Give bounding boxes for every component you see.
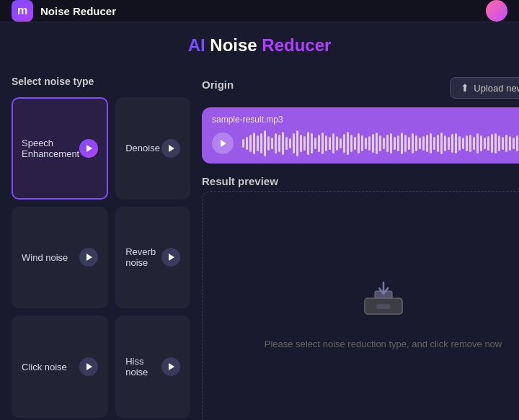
audio-filename: sample-result.mp3 <box>212 115 283 125</box>
upload-label: Upload new <box>474 83 519 94</box>
avatar[interactable] <box>486 0 507 22</box>
noise-item-label: Denoise <box>125 143 160 153</box>
noise-item-reverb[interactable]: Reverb noise <box>115 207 190 309</box>
noise-grid: Speech Enhancement Denoise Wind noise <box>12 97 190 418</box>
waveform <box>242 130 519 156</box>
upload-icon: ⬆ <box>461 82 469 94</box>
origin-label: Origin <box>202 79 234 91</box>
header: m Noise Reducer <box>0 0 519 22</box>
header-left: m Noise Reducer <box>12 0 116 22</box>
noise-item-speech-enhancement[interactable]: Speech Enhancement <box>12 97 108 200</box>
right-panel: Origin ⬆ Upload new <box>202 76 519 420</box>
play-button-denoise[interactable] <box>161 139 180 158</box>
noise-item-label: Click noise <box>22 362 67 372</box>
noise-item-label: Hiss noise <box>125 356 161 377</box>
noise-item-label: Reverb noise <box>125 246 161 268</box>
left-panel: Select noise type Speech Enhancement Den… <box>12 76 190 420</box>
play-button-hiss[interactable] <box>161 357 180 376</box>
origin-header: Origin ⬆ Upload new <box>202 76 519 100</box>
noise-item-denoise[interactable]: Denoise <box>115 97 190 200</box>
audio-player: sample-result.mp3 00:00:12 <box>202 107 519 164</box>
result-preview: Please select noise reduction type, and … <box>202 191 519 420</box>
audio-controls <box>212 130 519 156</box>
play-button-speech[interactable] <box>79 139 98 158</box>
content-area: AI Noise Reducer Select noise type Speec… <box>0 22 519 420</box>
noise-item-wind[interactable]: Wind noise <box>12 207 108 309</box>
play-button-click[interactable] <box>79 357 98 376</box>
inbox-icon <box>355 269 412 327</box>
noise-item-click[interactable]: Click noise <box>12 316 108 418</box>
logo-icon: m <box>12 0 33 22</box>
noise-item-hiss[interactable]: Hiss noise <box>115 316 190 418</box>
page-title-ai: AI <box>188 35 210 55</box>
result-label: Result preview <box>202 175 278 187</box>
origin-header-right: ⬆ Upload new <box>450 76 519 100</box>
upload-button[interactable]: ⬆ Upload new <box>450 77 519 99</box>
noise-item-label: Wind noise <box>22 252 68 263</box>
app-title: Noise Reducer <box>40 5 116 17</box>
svg-rect-2 <box>376 304 391 309</box>
select-noise-label: Select noise type <box>12 76 190 87</box>
page-title-noise: Noise <box>210 35 262 55</box>
audio-player-top: sample-result.mp3 00:00:12 <box>212 115 519 125</box>
play-button-wind[interactable] <box>79 248 98 267</box>
play-button-reverb[interactable] <box>161 248 180 267</box>
audio-play-button[interactable] <box>212 133 234 154</box>
page-title-reducer: Reducer <box>262 35 331 55</box>
page-title: AI Noise Reducer <box>12 35 507 55</box>
app-window: m Noise Reducer AI Noise Reducer Select … <box>0 0 519 420</box>
result-empty-text: Please select noise reduction type, and … <box>265 339 502 349</box>
noise-item-label: Speech Enhancement <box>22 138 79 159</box>
